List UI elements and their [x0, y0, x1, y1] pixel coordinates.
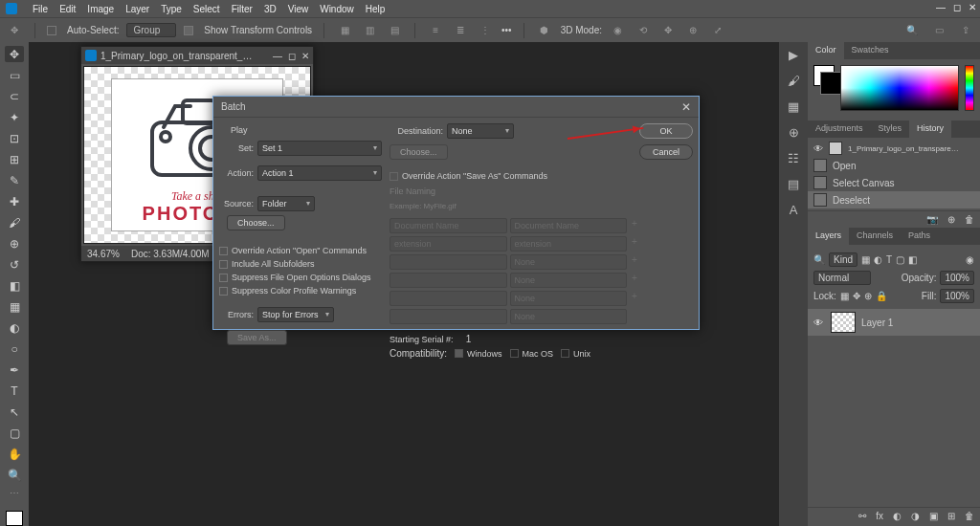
- include-subfolders-checkbox[interactable]: [219, 260, 228, 269]
- document-titlebar[interactable]: 1_Primary_logo_on_transparent_1024.png @…: [81, 47, 313, 64]
- zoom-value[interactable]: 34.67%: [87, 249, 120, 259]
- folder-icon[interactable]: ▤: [788, 177, 799, 191]
- search-icon[interactable]: 🔍: [813, 254, 825, 265]
- pen-tool[interactable]: ✒: [5, 362, 24, 378]
- filter-pixel-icon[interactable]: ▦: [861, 254, 870, 265]
- wand-tool[interactable]: ✦: [5, 109, 24, 125]
- history-camera-icon[interactable]: 📷: [926, 214, 938, 225]
- menu-3d[interactable]: 3D: [264, 4, 277, 14]
- trash-icon[interactable]: 🗑: [965, 214, 974, 225]
- more-icon[interactable]: •••: [501, 25, 512, 35]
- menu-file[interactable]: File: [33, 4, 48, 14]
- tab-adjustments[interactable]: Adjustments: [808, 121, 871, 138]
- filter-smart-icon[interactable]: ◧: [908, 254, 917, 265]
- menu-type[interactable]: Type: [161, 4, 182, 14]
- opacity-input[interactable]: 100%: [940, 271, 974, 285]
- hand-tool[interactable]: ✋: [5, 446, 24, 462]
- shape-tool[interactable]: ▢: [5, 425, 24, 441]
- glyphs-icon[interactable]: A: [790, 203, 798, 217]
- color-fgbg-swatch[interactable]: [813, 65, 835, 86]
- tab-paths[interactable]: Paths: [901, 228, 938, 245]
- color-spectrum[interactable]: [840, 65, 959, 111]
- marquee-tool[interactable]: ▭: [5, 67, 24, 83]
- filter-toggle[interactable]: ◉: [966, 254, 974, 265]
- brush-tool[interactable]: 🖌: [5, 214, 24, 230]
- lasso-tool[interactable]: ⊂: [5, 88, 24, 104]
- set-dropdown[interactable]: Set 1: [257, 141, 382, 156]
- new-layer-icon[interactable]: ⊞: [947, 511, 955, 523]
- fill-input[interactable]: 100%: [940, 289, 974, 303]
- tab-styles[interactable]: Styles: [871, 121, 910, 138]
- blur-tool[interactable]: ◐: [5, 319, 24, 336]
- stamp-tool[interactable]: ⊕: [5, 235, 24, 252]
- tab-color[interactable]: Color: [808, 42, 844, 59]
- filter-type-icon[interactable]: T: [886, 254, 892, 265]
- auto-select-dropdown[interactable]: Group: [126, 23, 176, 37]
- layer-thumbnail[interactable]: [831, 312, 856, 333]
- close-icon[interactable]: ✕: [969, 2, 976, 12]
- play-icon[interactable]: ▶: [789, 48, 798, 62]
- align-icon[interactable]: ≣: [452, 22, 469, 39]
- frame-tool[interactable]: ⊞: [5, 151, 24, 167]
- move-tool[interactable]: ✥: [5, 46, 24, 62]
- gradient-tool[interactable]: ▦: [5, 298, 24, 315]
- dodge-tool[interactable]: ○: [5, 340, 24, 357]
- layer-name[interactable]: Layer 1: [861, 318, 893, 328]
- lock-image-icon[interactable]: ⊕: [864, 291, 872, 301]
- ok-button[interactable]: OK: [639, 123, 693, 139]
- source-dropdown[interactable]: Folder: [257, 196, 315, 211]
- layer-filter-kind[interactable]: Kind: [829, 252, 858, 267]
- align-icon[interactable]: ▦: [336, 22, 353, 39]
- hue-bar[interactable]: [965, 65, 974, 111]
- dialog-titlebar[interactable]: Batch ✕: [213, 97, 699, 118]
- 3d-mode-icon[interactable]: ◉: [610, 22, 627, 39]
- menu-edit[interactable]: Edit: [59, 4, 76, 14]
- group-icon[interactable]: ▣: [929, 511, 938, 523]
- eye-icon[interactable]: 👁: [813, 143, 823, 154]
- align-icon[interactable]: ≡: [427, 22, 444, 39]
- show-transform-checkbox[interactable]: [184, 26, 193, 35]
- minimize-icon[interactable]: —: [936, 2, 946, 12]
- history-snapshot[interactable]: 👁 1_Primary_logo_on_transparent_1024.png: [808, 140, 980, 157]
- share-icon[interactable]: ⇪: [957, 22, 974, 39]
- filter-shape-icon[interactable]: ▢: [896, 254, 904, 265]
- history-brush-tool[interactable]: ↺: [5, 256, 24, 273]
- choose-source-button[interactable]: Choose...: [227, 215, 285, 230]
- cancel-button[interactable]: Cancel: [639, 144, 693, 160]
- menu-image[interactable]: Image: [87, 4, 114, 14]
- eyedropper-tool[interactable]: ✎: [5, 172, 24, 188]
- search-icon[interactable]: 🔍: [903, 22, 921, 39]
- align-icon[interactable]: ▥: [361, 22, 378, 39]
- align-icon[interactable]: ⋮: [477, 22, 494, 39]
- auto-select-checkbox[interactable]: [47, 26, 56, 35]
- menu-view[interactable]: View: [288, 4, 309, 14]
- brushes-icon[interactable]: ▦: [788, 99, 799, 114]
- layer-row[interactable]: 👁 Layer 1: [808, 309, 980, 336]
- visibility-icon[interactable]: 👁: [813, 318, 825, 328]
- dialog-close-icon[interactable]: ✕: [681, 100, 691, 114]
- destination-dropdown[interactable]: None: [447, 123, 514, 139]
- menu-layer[interactable]: Layer: [125, 4, 149, 14]
- clone-icon[interactable]: ⊕: [789, 125, 799, 140]
- suppress-open-checkbox[interactable]: [219, 274, 228, 282]
- 3d-mode-icon[interactable]: ⟲: [635, 22, 652, 39]
- fx-icon[interactable]: fx: [876, 511, 883, 523]
- crop-tool[interactable]: ⊡: [5, 130, 24, 146]
- presets-icon[interactable]: ☷: [788, 151, 799, 165]
- suppress-color-checkbox[interactable]: [219, 287, 228, 296]
- menu-filter[interactable]: Filter: [232, 4, 253, 14]
- maximize-icon[interactable]: ◻: [953, 2, 961, 12]
- tab-layers[interactable]: Layers: [808, 228, 849, 245]
- history-new-icon[interactable]: ⊕: [947, 214, 955, 225]
- lock-all-icon[interactable]: 🔒: [876, 291, 887, 301]
- 3d-mode-icon[interactable]: ⊕: [684, 22, 702, 39]
- lock-pixels-icon[interactable]: ▦: [840, 291, 849, 301]
- more-tools-icon[interactable]: ⋯: [10, 488, 19, 498]
- trash-icon[interactable]: 🗑: [965, 511, 974, 523]
- history-step[interactable]: Deselect: [808, 191, 980, 208]
- link-icon[interactable]: ⚯: [858, 511, 866, 523]
- align-icon[interactable]: ▤: [386, 22, 403, 39]
- 3d-mode-icon[interactable]: ✥: [659, 22, 677, 39]
- menu-window[interactable]: Window: [320, 4, 354, 14]
- history-step[interactable]: Select Canvas: [808, 174, 980, 191]
